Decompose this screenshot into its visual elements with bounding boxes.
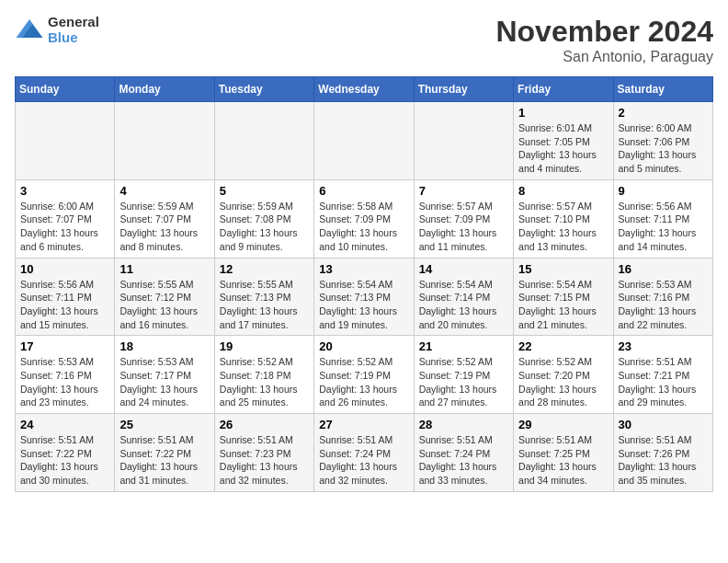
calendar-cell: 16Sunrise: 5:53 AMSunset: 7:16 PMDayligh… (613, 258, 712, 336)
day-number: 22 (518, 339, 608, 353)
page-header: General Blue November 2024 San Antonio, … (15, 15, 713, 65)
day-info: Sunrise: 5:52 AMSunset: 7:19 PMDaylight:… (419, 355, 508, 409)
calendar-cell: 6Sunrise: 5:58 AMSunset: 7:09 PMDaylight… (314, 179, 414, 258)
day-info: Sunrise: 5:53 AMSunset: 7:16 PMDaylight:… (619, 278, 708, 332)
calendar-cell: 12Sunrise: 5:55 AMSunset: 7:13 PMDayligh… (214, 258, 313, 336)
day-number: 27 (319, 418, 408, 431)
day-number: 6 (319, 184, 408, 198)
week-row-3: 10Sunrise: 5:56 AMSunset: 7:11 PMDayligh… (16, 258, 713, 336)
weekday-thursday: Thursday (414, 77, 513, 102)
page-subtitle: San Antonio, Paraguay (495, 49, 713, 65)
calendar-cell (214, 102, 313, 180)
day-number: 24 (20, 418, 109, 431)
day-info: Sunrise: 5:56 AMSunset: 7:11 PMDaylight:… (619, 200, 708, 254)
title-block: November 2024 San Antonio, Paraguay (495, 15, 713, 65)
day-info: Sunrise: 5:52 AMSunset: 7:20 PMDaylight:… (518, 355, 608, 409)
day-info: Sunrise: 5:58 AMSunset: 7:09 PMDaylight:… (319, 200, 408, 254)
day-number: 21 (419, 339, 508, 353)
day-number: 10 (20, 262, 109, 276)
calendar-cell: 26Sunrise: 5:51 AMSunset: 7:23 PMDayligh… (214, 414, 313, 492)
day-info: Sunrise: 5:56 AMSunset: 7:11 PMDaylight:… (20, 278, 109, 332)
day-info: Sunrise: 5:51 AMSunset: 7:23 PMDaylight:… (220, 433, 309, 488)
day-number: 25 (119, 418, 209, 431)
weekday-friday: Friday (514, 77, 613, 102)
calendar-cell: 3Sunrise: 6:00 AMSunset: 7:07 PMDaylight… (16, 179, 115, 258)
day-number: 7 (419, 184, 508, 198)
logo-blue: Blue (48, 30, 99, 46)
calendar-cell: 28Sunrise: 5:51 AMSunset: 7:24 PMDayligh… (414, 414, 513, 492)
calendar-cell: 27Sunrise: 5:51 AMSunset: 7:24 PMDayligh… (314, 414, 414, 492)
calendar-cell: 15Sunrise: 5:54 AMSunset: 7:15 PMDayligh… (514, 258, 613, 336)
day-info: Sunrise: 5:54 AMSunset: 7:14 PMDaylight:… (419, 278, 508, 332)
page-title: November 2024 (495, 15, 713, 49)
calendar-cell: 7Sunrise: 5:57 AMSunset: 7:09 PMDaylight… (414, 179, 513, 258)
weekday-saturday: Saturday (613, 77, 712, 102)
calendar-cell: 30Sunrise: 5:51 AMSunset: 7:26 PMDayligh… (613, 414, 712, 492)
week-row-4: 17Sunrise: 5:53 AMSunset: 7:16 PMDayligh… (16, 336, 713, 414)
calendar-cell: 10Sunrise: 5:56 AMSunset: 7:11 PMDayligh… (16, 258, 115, 336)
day-info: Sunrise: 5:57 AMSunset: 7:10 PMDaylight:… (518, 200, 608, 254)
calendar-header: SundayMondayTuesdayWednesdayThursdayFrid… (16, 77, 713, 102)
day-info: Sunrise: 5:59 AMSunset: 7:07 PMDaylight:… (119, 200, 209, 254)
day-number: 9 (619, 184, 708, 198)
calendar-cell: 11Sunrise: 5:55 AMSunset: 7:12 PMDayligh… (115, 258, 214, 336)
calendar-table: SundayMondayTuesdayWednesdayThursdayFrid… (15, 76, 713, 492)
day-number: 23 (619, 339, 708, 353)
day-number: 12 (220, 262, 309, 276)
week-row-1: 1Sunrise: 6:01 AMSunset: 7:05 PMDaylight… (16, 102, 713, 180)
day-number: 28 (419, 418, 508, 431)
calendar-cell: 23Sunrise: 5:51 AMSunset: 7:21 PMDayligh… (613, 336, 712, 414)
calendar-cell: 24Sunrise: 5:51 AMSunset: 7:22 PMDayligh… (16, 414, 115, 492)
logo: General Blue (15, 15, 99, 45)
calendar-cell (115, 102, 214, 180)
day-number: 11 (119, 262, 209, 276)
day-number: 19 (220, 339, 309, 353)
day-info: Sunrise: 6:00 AMSunset: 7:07 PMDaylight:… (20, 200, 109, 254)
day-number: 20 (319, 339, 408, 353)
day-number: 13 (319, 262, 408, 276)
day-info: Sunrise: 5:51 AMSunset: 7:26 PMDaylight:… (619, 433, 708, 488)
day-info: Sunrise: 5:53 AMSunset: 7:17 PMDaylight:… (119, 355, 209, 409)
day-info: Sunrise: 5:55 AMSunset: 7:13 PMDaylight:… (220, 278, 309, 332)
day-info: Sunrise: 5:59 AMSunset: 7:08 PMDaylight:… (220, 200, 309, 254)
day-info: Sunrise: 5:51 AMSunset: 7:22 PMDaylight:… (20, 433, 109, 488)
day-number: 15 (518, 262, 608, 276)
logo-general: General (48, 15, 99, 30)
calendar-cell: 2Sunrise: 6:00 AMSunset: 7:06 PMDaylight… (613, 102, 712, 180)
day-info: Sunrise: 5:51 AMSunset: 7:25 PMDaylight:… (518, 433, 608, 488)
weekday-row: SundayMondayTuesdayWednesdayThursdayFrid… (16, 77, 713, 102)
day-number: 5 (220, 184, 309, 198)
day-number: 8 (518, 184, 608, 198)
day-info: Sunrise: 5:51 AMSunset: 7:22 PMDaylight:… (119, 433, 209, 488)
week-row-5: 24Sunrise: 5:51 AMSunset: 7:22 PMDayligh… (16, 414, 713, 492)
day-number: 4 (119, 184, 209, 198)
week-row-2: 3Sunrise: 6:00 AMSunset: 7:07 PMDaylight… (16, 179, 713, 258)
weekday-tuesday: Tuesday (214, 77, 313, 102)
day-info: Sunrise: 5:52 AMSunset: 7:19 PMDaylight:… (319, 355, 408, 409)
day-info: Sunrise: 5:54 AMSunset: 7:15 PMDaylight:… (518, 278, 608, 332)
calendar-cell: 5Sunrise: 5:59 AMSunset: 7:08 PMDaylight… (214, 179, 313, 258)
day-number: 3 (20, 184, 109, 198)
calendar-cell (414, 102, 513, 180)
day-info: Sunrise: 5:52 AMSunset: 7:18 PMDaylight:… (220, 355, 309, 409)
calendar-cell: 25Sunrise: 5:51 AMSunset: 7:22 PMDayligh… (115, 414, 214, 492)
day-number: 29 (518, 418, 608, 431)
calendar-cell: 9Sunrise: 5:56 AMSunset: 7:11 PMDaylight… (613, 179, 712, 258)
calendar-cell (314, 102, 414, 180)
day-number: 26 (220, 418, 309, 431)
calendar-cell: 21Sunrise: 5:52 AMSunset: 7:19 PMDayligh… (414, 336, 513, 414)
calendar-cell: 14Sunrise: 5:54 AMSunset: 7:14 PMDayligh… (414, 258, 513, 336)
calendar-cell: 19Sunrise: 5:52 AMSunset: 7:18 PMDayligh… (214, 336, 313, 414)
day-info: Sunrise: 5:51 AMSunset: 7:24 PMDaylight:… (419, 433, 508, 488)
logo-text: General Blue (48, 15, 99, 45)
day-info: Sunrise: 5:53 AMSunset: 7:16 PMDaylight:… (20, 355, 109, 409)
day-info: Sunrise: 5:55 AMSunset: 7:12 PMDaylight:… (119, 278, 209, 332)
calendar-cell: 17Sunrise: 5:53 AMSunset: 7:16 PMDayligh… (16, 336, 115, 414)
day-number: 1 (518, 106, 608, 120)
weekday-monday: Monday (115, 77, 214, 102)
day-number: 2 (619, 106, 708, 120)
calendar-cell: 18Sunrise: 5:53 AMSunset: 7:17 PMDayligh… (115, 336, 214, 414)
weekday-sunday: Sunday (16, 77, 115, 102)
day-info: Sunrise: 5:54 AMSunset: 7:13 PMDaylight:… (319, 278, 408, 332)
day-info: Sunrise: 6:01 AMSunset: 7:05 PMDaylight:… (518, 121, 608, 176)
